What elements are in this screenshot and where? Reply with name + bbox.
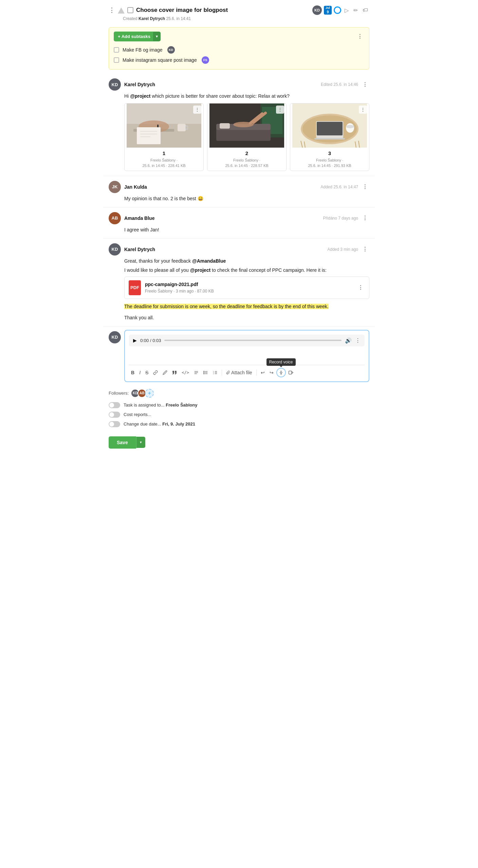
comment-avatar: AB (109, 212, 121, 224)
task-checkbox[interactable] (127, 7, 133, 13)
mention: @project (190, 267, 210, 273)
notification-toggle-2[interactable] (109, 412, 120, 418)
comment-item: JK Jan Kulda Added 25.6. in 14:47 ⋮ My o… (103, 176, 375, 207)
subtask-item: Make FB og image KD (114, 45, 364, 55)
redo-button[interactable]: ↪ (268, 369, 276, 377)
list-ul-button[interactable] (201, 369, 210, 376)
comment-body: Great, thanks for your feedback @AmandaB… (124, 258, 369, 321)
comments-section: KD Karel Dytrych Edited 25.6. in 14:46 ⋮… (103, 74, 375, 326)
comment-closing: Thank you all. (124, 314, 369, 321)
add-subtask-button[interactable]: + Add subtasks ▾ (114, 32, 161, 41)
subtask-checkbox-1[interactable] (114, 47, 119, 53)
attachment-card: PDF ppc-campaign-2021.pdf Freelo Šablony… (124, 277, 369, 299)
image-number-2: 2 (210, 150, 283, 157)
drag-handle[interactable]: ⋮ (109, 6, 115, 14)
play-button[interactable]: ▶ (133, 338, 137, 343)
audio-more-button[interactable]: ⋮ (355, 337, 361, 344)
attachment-meta: Freelo Šablony · 3 min ago · 87.00 KB (145, 288, 352, 294)
mention: @AmandaBlue (192, 258, 226, 264)
strikethrough-button[interactable]: S (143, 369, 150, 377)
audio-progress-bar[interactable] (164, 340, 342, 341)
volume-button[interactable]: 🔊 (345, 337, 352, 344)
comment-more-button[interactable]: ⋮ (361, 81, 369, 89)
svg-point-27 (346, 125, 354, 128)
play-icon[interactable]: ▷ (343, 6, 350, 14)
subtasks-more-button[interactable]: ⋮ (356, 33, 364, 40)
add-subtask-dropdown[interactable]: ▾ (153, 32, 161, 41)
image-card-3: ⋮ 3 Freelo Šablony · 25.6. in 14:45 · 29… (290, 103, 369, 171)
toolbar-separator (256, 370, 257, 376)
svg-rect-19 (220, 123, 230, 129)
list-ol-button[interactable]: 1.2.3. (211, 369, 220, 376)
subtasks-section: + Add subtasks ▾ ⋮ Make FB og image KD M… (109, 27, 369, 70)
toolbar-separator (222, 370, 222, 376)
image-card-2: ⋮ 2 Freelo Šablony · 25.6. in 14:45 · 22… (207, 103, 287, 171)
link-button[interactable] (151, 369, 160, 376)
italic-button[interactable]: I (137, 369, 143, 377)
pdf-icon: PDF (129, 280, 141, 295)
image-meta-1: Freelo Šablony · 25.6. in 14:45 · 228.41… (127, 157, 201, 169)
bold-button[interactable]: B (129, 369, 136, 377)
notification-toggle-1[interactable] (109, 402, 120, 408)
image-menu-button-1[interactable]: ⋮ (193, 106, 201, 114)
edit-icon[interactable]: ✏ (352, 6, 359, 14)
comment-item: KD Karel Dytrych Edited 25.6. in 14:46 ⋮… (103, 74, 375, 176)
undo-button[interactable]: ↩ (259, 369, 267, 377)
align-button[interactable] (192, 369, 201, 376)
comment-time: Added 3 min ago (327, 247, 358, 252)
subtask-checkbox-2[interactable] (114, 57, 119, 63)
comment-item: AB Amanda Blue Přidáno 7 days ago ⋮ I ag… (103, 207, 375, 239)
image-number-1: 1 (127, 150, 201, 157)
svg-point-40 (204, 373, 204, 374)
comment-time: Added 25.6. in 14:47 (320, 185, 358, 189)
comment-avatar: KD (109, 78, 121, 91)
followers-section: Followers: KD AB + Task is assigned to..… (103, 385, 375, 432)
editor-box: ▶ 0:00 / 0:03 🔊 ⋮ B I S </> (124, 330, 369, 382)
tag-icon[interactable]: 🏷 (361, 6, 369, 14)
status-circle (334, 6, 341, 14)
task-header: ⋮ Choose cover image for blogpost KD Jul… (103, 0, 375, 23)
comment-item: KD Karel Dytrych Added 3 min ago ⋮ Great… (103, 239, 375, 326)
comment-time: Přidáno 7 days ago (323, 216, 358, 221)
image-menu-button-2[interactable]: ⋮ (276, 106, 284, 114)
notification-row-3: Change due date... Fri, 9. July 2021 (109, 419, 369, 429)
image-grid: ⋮ 1 Freelo Šablony · 25.6. in 14:45 · 22… (124, 103, 369, 171)
attach-file-label: Attach file (231, 370, 252, 375)
svg-point-39 (204, 372, 204, 373)
save-dropdown-button[interactable]: ▾ (136, 437, 145, 448)
code-button[interactable]: </> (180, 369, 191, 376)
comment-more-button[interactable]: ⋮ (361, 183, 369, 191)
text-editor[interactable] (129, 346, 365, 363)
notification-row-2: Cost reports... (109, 410, 369, 419)
pen-button[interactable] (161, 369, 169, 376)
editor-avatar: KD (109, 331, 121, 343)
comment-avatar: KD (109, 243, 121, 256)
svg-rect-47 (280, 371, 281, 373)
notification-row-1: Task is assigned to... Freelo Šablony (109, 400, 369, 410)
editor-toolbar: B I S </> 1.2.3. (129, 365, 365, 377)
quote-button[interactable] (170, 369, 179, 376)
attach-file-button[interactable]: Attach file (224, 369, 254, 377)
comment-more-button[interactable]: ⋮ (361, 245, 369, 253)
add-follower-button[interactable]: + (145, 389, 154, 398)
image-thumbnail-1 (125, 103, 203, 148)
subtask-label-2: Make instagram square post image (123, 57, 197, 63)
record-tooltip-container: Record voice (276, 368, 286, 377)
save-button[interactable]: Save (109, 436, 136, 449)
subtask-avatar-1: KD (167, 46, 175, 54)
audio-player: ▶ 0:00 / 0:03 🔊 ⋮ (129, 335, 365, 346)
attachment-more-button[interactable]: ⋮ (356, 284, 365, 291)
svg-rect-50 (289, 371, 292, 374)
record-voice-button[interactable] (276, 368, 286, 377)
notification-label-3: Change due date... Fri, 9. July 2021 (124, 421, 195, 427)
comment-body: Hi @project which picture is better for … (124, 93, 369, 171)
comment-author: Karel Dytrych (124, 247, 155, 252)
svg-marker-51 (292, 372, 293, 374)
comment-body: My opinion is that no. 2 is the best 😀 (124, 195, 369, 202)
image-card-1: ⋮ 1 Freelo Šablony · 25.6. in 14:45 · 22… (124, 103, 204, 171)
notification-toggle-3[interactable] (109, 421, 120, 427)
video-button[interactable] (287, 369, 295, 376)
comment-more-button[interactable]: ⋮ (361, 214, 369, 222)
image-meta-3: Freelo Šablony · 25.6. in 14:45 · 291.93… (293, 157, 366, 169)
image-menu-button-3[interactable]: ⋮ (359, 106, 367, 114)
